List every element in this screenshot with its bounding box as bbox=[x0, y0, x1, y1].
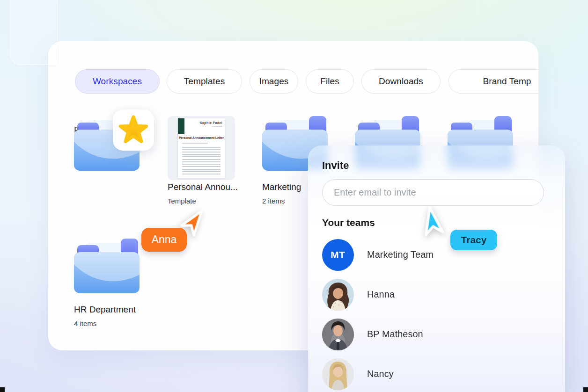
tab-label: Downloads bbox=[379, 76, 423, 87]
member-name: Nancy bbox=[367, 369, 394, 379]
member-row-bp-matheson[interactable]: BP Matheson bbox=[322, 314, 537, 354]
tab-downloads[interactable]: Downloads bbox=[361, 69, 441, 94]
template-personal-announcement[interactable]: Sophie Fadel Personal Announcement Lette… bbox=[168, 116, 238, 205]
template-name: Personal Annou... bbox=[168, 182, 238, 192]
tab-files[interactable]: Files bbox=[306, 69, 354, 94]
anna-cursor-label: Anna bbox=[141, 228, 187, 252]
document-text-lines bbox=[182, 143, 208, 145]
tab-label: Workspaces bbox=[93, 76, 142, 87]
cursor-user-name: Tracy bbox=[461, 234, 487, 246]
document-green-bar bbox=[178, 118, 184, 134]
tab-label: Files bbox=[320, 76, 339, 87]
document-author: Sophie Fadel bbox=[200, 121, 222, 124]
folder-icon bbox=[74, 236, 140, 293]
member-name: Marketing Team bbox=[367, 249, 434, 260]
document-text-lines bbox=[182, 169, 220, 174]
folder-icon-wrap bbox=[74, 114, 140, 171]
avatar-bp-matheson bbox=[322, 319, 354, 350]
tracy-cursor-label: Tracy bbox=[450, 230, 497, 250]
invite-panel-title: Invite bbox=[322, 160, 349, 172]
document-author-subline bbox=[212, 126, 222, 127]
member-row-hanna[interactable]: Hanna bbox=[322, 275, 537, 314]
document-page: Sophie Fadel Personal Announcement Lette… bbox=[178, 118, 225, 178]
cursor-user-name: Anna bbox=[152, 233, 177, 246]
avatar-hanna bbox=[322, 279, 354, 311]
avatar-marketing-team: MT bbox=[322, 239, 354, 271]
document-text-lines bbox=[182, 147, 220, 157]
folder-private[interactable]: Private 2 items bbox=[74, 114, 144, 148]
tab-images[interactable]: Images bbox=[250, 69, 298, 94]
document-text-lines bbox=[182, 159, 220, 167]
template-type: Template bbox=[168, 197, 238, 205]
favorite-star-badge[interactable] bbox=[112, 109, 154, 151]
document-thumbnail: Sophie Fadel Personal Announcement Lette… bbox=[168, 116, 235, 180]
tab-workspaces[interactable]: Workspaces bbox=[75, 69, 160, 94]
member-row-nancy[interactable]: Nancy bbox=[322, 354, 537, 392]
tab-templates[interactable]: Templates bbox=[167, 69, 242, 94]
folder-name: HR Department bbox=[74, 305, 144, 315]
folder-hr-department[interactable]: HR Department 4 items bbox=[74, 236, 144, 327]
corner-artifact bbox=[0, 387, 5, 392]
your-teams-heading: Your teams bbox=[322, 217, 375, 228]
document-title: Personal Announcement Letter bbox=[178, 136, 225, 139]
invite-email-input[interactable] bbox=[322, 179, 544, 206]
member-name: BP Matheson bbox=[367, 329, 423, 340]
tab-label: Templates bbox=[184, 76, 225, 87]
invite-panel: Invite Your teams MT Marketing Team Hann… bbox=[308, 145, 565, 392]
tab-brand-templates[interactable]: Brand Temp bbox=[448, 69, 538, 94]
tab-label: Images bbox=[259, 76, 289, 87]
corner-artifact bbox=[583, 387, 588, 392]
folder-item-count: 4 items bbox=[74, 319, 144, 327]
avatar-nancy bbox=[322, 358, 354, 390]
tab-label: Brand Temp bbox=[483, 76, 531, 87]
member-name: Hanna bbox=[367, 289, 395, 300]
